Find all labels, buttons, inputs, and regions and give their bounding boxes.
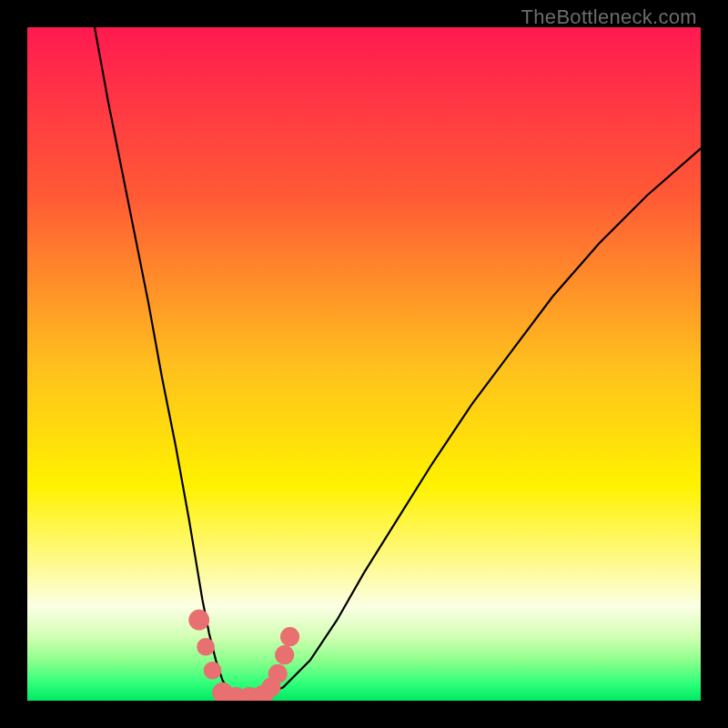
curve-marker [268,664,288,683]
bottleneck-curve [95,27,701,697]
curve-marker [275,645,294,664]
curve-marker [204,662,222,680]
outer-frame: TheBottleneck.com [0,0,728,728]
watermark-text: TheBottleneck.com [521,5,697,29]
curve-marker [188,610,209,631]
curve-marker [280,627,299,646]
curve-marker [197,638,215,656]
plot-area [27,27,701,701]
chart-svg [27,27,701,701]
